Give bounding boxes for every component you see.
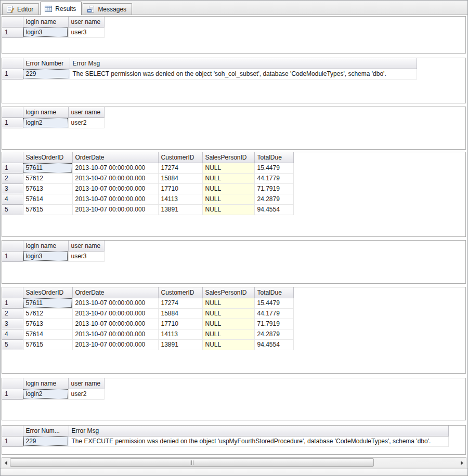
grid-cell[interactable]: 57611 [23, 298, 72, 308]
grid-cell[interactable]: 57612 [23, 308, 72, 319]
row-header[interactable]: 2 [2, 308, 23, 319]
column-header[interactable]: user name [68, 107, 104, 117]
column-header[interactable]: Error Msg [70, 58, 417, 69]
grid-cell[interactable]: 15884 [158, 173, 202, 183]
grid-cell[interactable]: 17710 [158, 319, 202, 329]
grid-cell[interactable]: 2013-10-07 00:00:00.000 [72, 329, 158, 339]
grid-cell[interactable]: 2013-10-07 00:00:00.000 [72, 298, 158, 308]
corner-header[interactable] [2, 241, 23, 251]
grid-cell[interactable]: NULL [202, 173, 254, 183]
grid-cell[interactable]: 71.7919 [254, 183, 293, 194]
row-header[interactable]: 1 [2, 27, 23, 37]
corner-header[interactable] [2, 378, 23, 389]
grid-cell[interactable]: user3 [68, 27, 104, 37]
grid-cell[interactable]: 17710 [158, 183, 202, 194]
column-header[interactable]: login name [23, 241, 68, 251]
column-header[interactable]: SalesOrderID [23, 287, 72, 298]
row-header[interactable]: 2 [2, 173, 23, 183]
column-header[interactable]: TotalDue [254, 152, 293, 163]
row-header[interactable]: 3 [2, 183, 23, 194]
grid-cell[interactable]: 2013-10-07 00:00:00.000 [72, 173, 158, 183]
horizontal-scrollbar[interactable] [2, 457, 466, 468]
row-header[interactable]: 1 [2, 251, 23, 261]
column-header[interactable]: SalesPersonID [202, 152, 254, 163]
grid-cell[interactable]: 17274 [158, 163, 202, 173]
row-header[interactable]: 1 [2, 117, 23, 128]
row-header[interactable]: 1 [2, 436, 23, 446]
column-header[interactable]: login name [23, 17, 68, 27]
tab-editor[interactable]: Editor [2, 3, 39, 15]
grid-cell[interactable]: 44.1779 [254, 173, 293, 183]
row-header[interactable]: 3 [2, 319, 23, 329]
column-header[interactable]: Error Num... [23, 426, 69, 436]
column-header[interactable]: OrderDate [72, 287, 158, 298]
grid-cell[interactable]: 15.4479 [254, 298, 293, 308]
column-header[interactable]: CustomerID [158, 287, 202, 298]
grid-cell[interactable]: NULL [202, 204, 254, 215]
grid-cell[interactable]: 57614 [23, 194, 72, 204]
grid-cell[interactable]: 2013-10-07 00:00:00.000 [72, 339, 158, 350]
grid-cell[interactable]: 94.4554 [254, 204, 293, 215]
grid-cell[interactable]: NULL [202, 329, 254, 339]
grid-cell[interactable]: NULL [202, 339, 254, 350]
column-header[interactable]: Error Number [23, 58, 70, 69]
corner-header[interactable] [2, 58, 23, 69]
grid-cell[interactable]: 17274 [158, 298, 202, 308]
grid-cell[interactable]: 229 [23, 436, 69, 446]
grid-cell[interactable]: The EXECUTE permission was denied on the… [69, 436, 448, 446]
column-header[interactable]: user name [68, 378, 104, 389]
scroll-right-button[interactable] [458, 458, 466, 468]
grid-cell[interactable]: user2 [68, 117, 104, 128]
grid-cell[interactable]: NULL [202, 183, 254, 194]
row-header[interactable]: 4 [2, 194, 23, 204]
row-header[interactable]: 4 [2, 329, 23, 339]
grid-cell[interactable]: 24.2879 [254, 329, 293, 339]
column-header[interactable]: SalesOrderID [23, 152, 72, 163]
grid-cell[interactable]: 71.7919 [254, 319, 293, 329]
column-header[interactable]: SalesPersonID [202, 287, 254, 298]
column-header[interactable]: CustomerID [158, 152, 202, 163]
grid-cell[interactable]: 14113 [158, 194, 202, 204]
grid-cell[interactable]: 57613 [23, 319, 72, 329]
corner-header[interactable] [2, 107, 23, 117]
grid-cell[interactable]: 14113 [158, 329, 202, 339]
grid-cell[interactable]: user3 [68, 251, 104, 261]
grid-cell[interactable]: login3 [23, 251, 68, 261]
grid-cell[interactable]: 15.4479 [254, 163, 293, 173]
grid-cell[interactable]: 229 [23, 69, 70, 79]
grid-cell[interactable]: 57615 [23, 339, 72, 350]
scroll-left-button[interactable] [2, 458, 10, 468]
column-header[interactable]: TotalDue [254, 287, 293, 298]
grid-cell[interactable]: NULL [202, 163, 254, 173]
grid-cell[interactable]: NULL [202, 298, 254, 308]
grid-cell[interactable]: 24.2879 [254, 194, 293, 204]
grid-cell[interactable]: NULL [202, 308, 254, 319]
grid-cell[interactable]: 2013-10-07 00:00:00.000 [72, 194, 158, 204]
grid-cell[interactable]: 57611 [23, 163, 72, 173]
row-header[interactable]: 5 [2, 204, 23, 215]
column-header[interactable]: OrderDate [72, 152, 158, 163]
grid-cell[interactable]: login2 [23, 117, 68, 128]
corner-header[interactable] [2, 152, 23, 163]
grid-cell[interactable]: 2013-10-07 00:00:00.000 [72, 319, 158, 329]
grid-cell[interactable]: login3 [23, 27, 68, 37]
grid-cell[interactable]: 2013-10-07 00:00:00.000 [72, 183, 158, 194]
grid-cell[interactable]: 2013-10-07 00:00:00.000 [72, 308, 158, 319]
column-header[interactable]: login name [23, 378, 68, 389]
corner-header[interactable] [2, 17, 23, 27]
row-header[interactable]: 5 [2, 339, 23, 350]
grid-cell[interactable]: 57613 [23, 183, 72, 194]
column-header[interactable]: user name [68, 17, 104, 27]
row-header[interactable]: 1 [2, 298, 23, 308]
grid-cell[interactable]: user2 [68, 389, 104, 399]
tab-messages[interactable]: Messages [83, 3, 132, 15]
grid-cell[interactable]: 2013-10-07 00:00:00.000 [72, 163, 158, 173]
grid-cell[interactable]: NULL [202, 319, 254, 329]
tab-results[interactable]: Results [40, 2, 82, 15]
corner-header[interactable] [2, 287, 23, 298]
grid-cell[interactable]: 57612 [23, 173, 72, 183]
grid-cell[interactable]: 57615 [23, 204, 72, 215]
grid-cell[interactable]: 13891 [158, 204, 202, 215]
grid-cell[interactable]: 57614 [23, 329, 72, 339]
grid-cell[interactable]: 15884 [158, 308, 202, 319]
